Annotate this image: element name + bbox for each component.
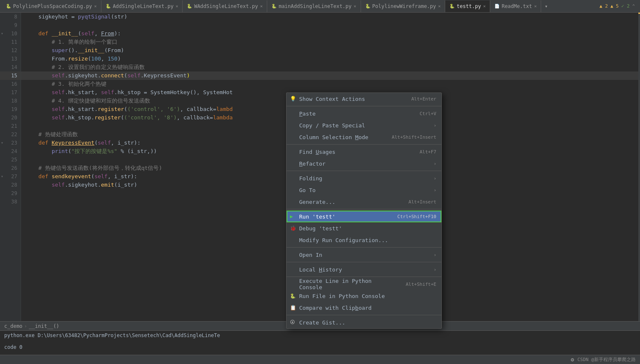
code-line-11: # 1. 简单的绘制一个窗口 (21, 38, 640, 46)
gutter-15: 15 (0, 71, 21, 80)
menu-sep-4 (287, 209, 441, 209)
bottom-right: ⚙ CSDN @新手程序员攀爬之路 (571, 356, 636, 363)
code-line-14: # 2. 设置我们的自定义热键响应函数 (21, 63, 640, 71)
gutter-18: 18 (0, 97, 21, 105)
menu-local-history[interactable]: Local History › (287, 264, 441, 275)
bottom-bar: ⚙ CSDN @新手程序员攀爬之路 (0, 355, 640, 364)
code-line-12: super().__init__(From) (21, 46, 640, 55)
gutter-27: ▾27 (0, 172, 21, 181)
gutter-21: 21 (0, 122, 21, 130)
close-tab-1[interactable]: ✕ (175, 4, 178, 8)
breadcrumb-method[interactable]: __init__() (29, 323, 59, 329)
gutter-22: 22 (0, 130, 21, 139)
gutter-11: 11 (0, 38, 21, 46)
arrow-icon-refactor: › (433, 161, 436, 166)
gutter-20: 20 (0, 113, 21, 122)
close-tab-3[interactable]: ✕ (354, 4, 356, 8)
gutter-16: 16 (0, 80, 21, 88)
debug-icon: 🐞 (290, 225, 296, 231)
gutter-8: 8 (0, 13, 21, 21)
menu-generate[interactable]: Generate... Alt+Insert (287, 196, 441, 208)
gutter-38: 38 (0, 198, 21, 206)
close-tab-2[interactable]: ✕ (260, 4, 263, 8)
python-icon: 🐍 (290, 293, 296, 299)
close-tab-4[interactable]: ✕ (438, 4, 441, 8)
code-line-8: sigkeyhot = pyqtSignal(str) (21, 13, 640, 21)
gutter-14: 14 (0, 63, 21, 71)
code-line-9 (21, 21, 640, 29)
menu-column-selection[interactable]: Column Selection Mode Alt+Shift+Insert (287, 131, 441, 143)
terminal-line-2 (4, 338, 636, 344)
close-tab-0[interactable]: ✕ (94, 4, 97, 8)
gutter-19: 19 (0, 105, 21, 113)
code-line-16: # 3. 初始化两个热键 (21, 80, 640, 88)
code-line-13: From.resize(100, 150) (21, 55, 640, 63)
menu-sep-8 (287, 315, 441, 315)
clipboard-icon: 📋 (290, 305, 296, 311)
menu-sep-1 (287, 106, 441, 106)
scroll-indicator[interactable] (638, 13, 640, 321)
menu-run-file-python[interactable]: 🐍 Run File in Python Console (287, 290, 441, 302)
menu-compare-clipboard[interactable]: 📋 Compare with Clipboard (287, 302, 441, 314)
py-icon4: 🐍 (271, 4, 276, 8)
arrow-icon-goto: › (433, 187, 436, 193)
py-icon3: 🐍 (187, 4, 192, 8)
gutter-26: 26 (0, 164, 21, 172)
tab-polylinewire[interactable]: 🐍 PolylinewWireframe.py ✕ (361, 0, 446, 12)
gutter-23: ▾23 (0, 139, 21, 147)
tab-readme[interactable]: 📄 ReadMe.txt ✕ (490, 0, 541, 12)
menu-sep-3 (287, 171, 441, 171)
close-tab-5[interactable]: ✕ (483, 4, 486, 8)
tab-waddsingeline[interactable]: 🐍 WAddSingleLineText.py ✕ (183, 0, 267, 12)
tab-polylineplus[interactable]: 🐍 PolylinePlusSpaceCoding.py ✕ (2, 0, 101, 12)
menu-refactor[interactable]: Refactor › (287, 158, 441, 169)
gutter-9: 9 (0, 21, 21, 29)
tab-more-button[interactable]: ▾ (543, 3, 549, 9)
context-menu: 💡 Show Context Actions Alt+Enter Paste C… (286, 92, 442, 329)
breadcrumb-class[interactable]: c_demo (4, 323, 22, 329)
tab-addsingeline[interactable]: 🐍 AddSingleLineText.py ✕ (101, 0, 183, 12)
menu-find-usages[interactable]: Find Usages Alt+F7 (287, 146, 441, 158)
menu-copy-paste-special[interactable]: Copy / Paste Special › (287, 119, 441, 131)
gear-icon[interactable]: ⚙ (571, 356, 574, 363)
tab-mainadd[interactable]: 🐍 mainAddSingleLineText.py ✕ (267, 0, 361, 12)
gutter-13: 13 (0, 55, 21, 63)
breadcrumb-sep: › (24, 323, 27, 329)
menu-folding[interactable]: Folding › (287, 172, 441, 184)
py-icon2: 🐍 (106, 4, 111, 8)
github-icon: ⦿ (290, 319, 295, 325)
code-line-15: self.sigkeyhot.connect(self.KeypressEven… (21, 71, 640, 80)
close-tab-6[interactable]: ✕ (534, 4, 536, 8)
menu-sep-6 (287, 262, 441, 262)
tab-testt[interactable]: 🐍 testt.py ✕ (445, 0, 490, 12)
menu-open-in[interactable]: Open In › (287, 249, 441, 261)
terminal-line-3: code 0 (4, 344, 636, 350)
menu-modify-run[interactable]: Modify Run Configuration... (287, 234, 441, 246)
gutter-12: 12 (0, 46, 21, 55)
gutter-17: 17 (0, 88, 21, 97)
py-icon5: 🐍 (365, 4, 370, 8)
py-icon6: 🐍 (449, 4, 454, 8)
terminal-line-1: python.exe D:\Users\63482\PycharmProject… (4, 332, 636, 338)
menu-goto[interactable]: Go To › (287, 184, 441, 196)
menu-run-testt[interactable]: ▶ Run 'testt' Ctrl+Shift+F10 (287, 211, 441, 222)
menu-sep-5 (287, 247, 441, 248)
gutter-28: 28 (0, 181, 21, 189)
py-icon: 🐍 (6, 4, 11, 8)
menu-debug-testt[interactable]: 🐞 Debug 'testt' (287, 222, 441, 234)
menu-show-context-actions[interactable]: 💡 Show Context Actions Alt+Enter (287, 93, 441, 105)
warning-badge-1: ▲ 2 (600, 3, 608, 9)
menu-execute-line[interactable]: Execute Line in Python Console Alt+Shift… (287, 278, 441, 290)
gutter-29: 29 (0, 189, 21, 198)
gutter-25: 25 (0, 156, 21, 164)
run-icon: ▶ (290, 214, 293, 219)
menu-create-gist[interactable]: ⦿ Create Gist... (287, 317, 441, 328)
code-line-10: def __init__(self, From): (21, 29, 640, 38)
warning-badge-2: ▲ 5 (611, 3, 619, 9)
expand-button[interactable]: ⌃ (632, 3, 635, 9)
tab-bar: 🐍 PolylinePlusSpaceCoding.py ✕ 🐍 AddSing… (0, 0, 640, 13)
line-gutter: 8 9 ▾10 11 12 13 14 15 16 17 18 19 20 21… (0, 13, 21, 321)
arrow-icon-copy: › (433, 123, 436, 128)
txt-icon: 📄 (494, 4, 499, 8)
menu-paste[interactable]: Paste Ctrl+V (287, 108, 441, 119)
